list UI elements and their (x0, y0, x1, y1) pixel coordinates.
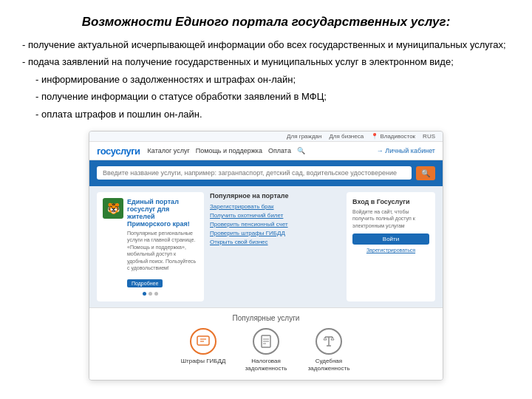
portal-login-block: Вход в Госуслуги Войдите на сайт, чтобы … (347, 192, 435, 301)
text-bullet2: - получение информации о статусе обработ… (22, 89, 510, 104)
popular-item-4[interactable]: Проверить штрафы ГИБДД (210, 230, 341, 236)
portal-top-bar: Для граждан Для бизнеса 📍 Владивосток RU… (89, 132, 443, 142)
popular-item-1[interactable]: Зарегистрировать брак (210, 203, 341, 210)
top-bar-lang[interactable]: RUS (423, 133, 435, 140)
service-item-2[interactable]: Налоговая задолженность (240, 328, 292, 373)
promo-title: Единый портал госуслуг для жителей Примо… (127, 198, 198, 228)
page-title: Возможности Единого портала государствен… (22, 13, 510, 31)
service-item-3[interactable]: Судебная задолженность (303, 328, 355, 373)
promo-content: Единый портал госуслуг для жителей Примо… (127, 198, 198, 288)
portal-services-section: Популярные услуги Штрафы ГИБДД (89, 307, 443, 381)
service-icon-gibdd (190, 328, 216, 355)
portal-main: 🐯 Единый портал госуслуг для жителей При… (89, 186, 443, 307)
service-label-2: Налоговая задолженность (240, 358, 292, 373)
portal-mockup: Для граждан Для бизнеса 📍 Владивосток RU… (89, 131, 443, 381)
services-title: Популярные услуги (97, 314, 435, 322)
portal-header: госуслуги Каталог услуг Помощь и поддерж… (89, 142, 443, 160)
description-block: - получение актуальной исчерпывающей инф… (22, 37, 510, 122)
portal-popular-block: Популярное на портале Зарегистрировать б… (210, 192, 341, 301)
popular-item-3[interactable]: Проверить пенсионный счет (210, 221, 341, 228)
nav-catalog[interactable]: Каталог услуг (148, 147, 190, 154)
text-line2: - подача заявлений на получение государс… (22, 54, 510, 69)
svg-line-9 (324, 337, 325, 340)
services-grid: Штрафы ГИБДД Налоговая задолженность (97, 328, 435, 373)
nav-help[interactable]: Помощь и поддержка (196, 147, 262, 154)
text-line1: - получение актуальной исчерпывающей инф… (22, 37, 510, 52)
login-desc: Войдите на сайт, чтобы получить полный д… (352, 208, 429, 229)
search-button[interactable]: 🔍 (416, 166, 435, 180)
promo-dots (103, 292, 198, 296)
login-title: Вход в Госуслуги (352, 198, 429, 205)
service-item-1[interactable]: Штрафы ГИБДД (177, 328, 229, 373)
popular-item-2[interactable]: Получить охотничий билет (210, 212, 341, 219)
login-button[interactable]: Войти (352, 233, 429, 245)
top-bar-business[interactable]: Для бизнеса (329, 133, 364, 140)
popular-title: Популярное на портале (210, 192, 341, 200)
service-label-3: Судебная задолженность (303, 358, 355, 373)
portal-search-bar: 🔍 (89, 160, 443, 186)
portal-promo-block: 🐯 Единый портал госуслуг для жителей При… (97, 192, 204, 301)
top-bar-citizens[interactable]: Для граждан (287, 133, 321, 140)
svg-rect-0 (197, 336, 209, 345)
portal-nav: Каталог услуг Помощь и поддержка Оплата … (148, 147, 369, 154)
svg-line-12 (332, 337, 334, 340)
popular-item-5[interactable]: Открыть свой бизнес (210, 239, 341, 245)
nav-payment[interactable]: Оплата (268, 147, 291, 154)
promo-inner: 🐯 Единый портал госуслуг для жителей При… (103, 198, 198, 288)
promo-flag-icon: 🐯 (103, 198, 123, 219)
register-link[interactable]: Зарегистрироваться (352, 248, 429, 253)
promo-button[interactable]: Подробнее (127, 279, 163, 287)
text-bullet1: - информирование о задолженностях и штра… (22, 72, 510, 87)
nav-search-icon[interactable]: 🔍 (297, 147, 305, 154)
service-icon-court (316, 328, 342, 355)
text-bullet3: - оплата штрафов и пошлин он-лайн. (22, 106, 510, 122)
promo-dot-2 (149, 292, 152, 296)
top-bar-location: 📍 Владивосток (371, 133, 415, 140)
nav-cabinet[interactable]: → Личный кабинет (377, 147, 435, 154)
portal-logo[interactable]: госуслуги (97, 146, 140, 157)
promo-desc: Популярные региональные услуги на главно… (127, 230, 198, 272)
search-input[interactable] (97, 166, 412, 180)
popular-list: Зарегистрировать брак Получить охотничий… (210, 203, 341, 245)
service-label-1: Штрафы ГИБДД (181, 358, 226, 365)
promo-dot-1 (143, 292, 146, 296)
service-icon-tax (253, 328, 279, 355)
promo-dot-3 (154, 292, 158, 296)
